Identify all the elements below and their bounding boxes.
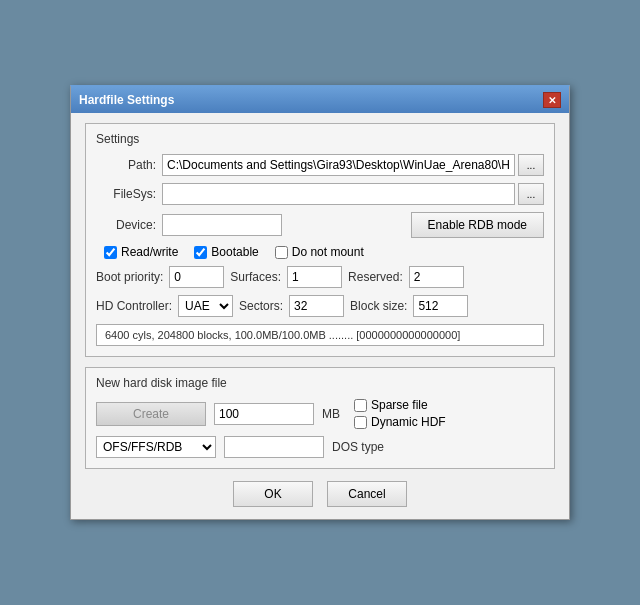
dynamic-hdf-label: Dynamic HDF <box>371 415 446 429</box>
format-row: OFS/FFS/RDB FAT32 Custom DOS type <box>96 436 544 458</box>
title-bar: Hardfile Settings ✕ <box>71 87 569 113</box>
device-row: Device: Enable RDB mode <box>96 212 544 238</box>
sparse-file-checkbox[interactable] <box>354 399 367 412</box>
device-input[interactable] <box>162 214 282 236</box>
hardfile-settings-window: Hardfile Settings ✕ Settings Path: ... F… <box>70 85 570 520</box>
new-hd-group: New hard disk image file Create MB Spars… <box>85 367 555 469</box>
settings-group-label: Settings <box>96 132 544 146</box>
enable-rdb-button[interactable]: Enable RDB mode <box>411 212 544 238</box>
read-write-checkbox-item[interactable]: Read/write <box>104 245 178 259</box>
path-input[interactable] <box>162 154 515 176</box>
mb-input[interactable] <box>214 403 314 425</box>
path-label: Path: <box>96 158 156 172</box>
bootable-checkbox[interactable] <box>194 246 207 259</box>
block-size-input[interactable] <box>413 295 468 317</box>
mb-label: MB <box>322 407 340 421</box>
checkbox-row: Read/write Bootable Do not mount <box>96 245 544 259</box>
settings-group: Settings Path: ... FileSys: ... Device: … <box>85 123 555 357</box>
surfaces-input[interactable] <box>287 266 342 288</box>
do-not-mount-checkbox-item[interactable]: Do not mount <box>275 245 364 259</box>
sparse-options: Sparse file Dynamic HDF <box>354 398 446 429</box>
footer-row: OK Cancel <box>85 481 555 507</box>
surfaces-label: Surfaces: <box>230 270 281 284</box>
dynamic-hdf-checkbox[interactable] <box>354 416 367 429</box>
read-write-checkbox[interactable] <box>104 246 117 259</box>
bootable-label: Bootable <box>211 245 258 259</box>
dos-type-input[interactable] <box>224 436 324 458</box>
cancel-button[interactable]: Cancel <box>327 481 407 507</box>
new-hd-group-label: New hard disk image file <box>96 376 544 390</box>
create-button[interactable]: Create <box>96 402 206 426</box>
info-bar: 6400 cyls, 204800 blocks, 100.0MB/100.0M… <box>96 324 544 346</box>
boot-priority-input[interactable] <box>169 266 224 288</box>
device-label: Device: <box>96 218 156 232</box>
sectors-input[interactable] <box>289 295 344 317</box>
hd-row: HD Controller: UAE SCSI IDE Sectors: Blo… <box>96 295 544 317</box>
do-not-mount-label: Do not mount <box>292 245 364 259</box>
dos-type-label: DOS type <box>332 440 384 454</box>
filesys-input[interactable] <box>162 183 515 205</box>
filesys-label: FileSys: <box>96 187 156 201</box>
close-button[interactable]: ✕ <box>543 92 561 108</box>
block-size-label: Block size: <box>350 299 407 313</box>
do-not-mount-checkbox[interactable] <box>275 246 288 259</box>
create-row: Create MB Sparse file Dynamic HDF <box>96 398 544 429</box>
bootable-checkbox-item[interactable]: Bootable <box>194 245 258 259</box>
window-body: Settings Path: ... FileSys: ... Device: … <box>71 113 569 519</box>
hd-controller-label: HD Controller: <box>96 299 172 313</box>
sparse-file-checkbox-item[interactable]: Sparse file <box>354 398 446 412</box>
read-write-label: Read/write <box>121 245 178 259</box>
path-browse-button[interactable]: ... <box>518 154 544 176</box>
dynamic-hdf-checkbox-item[interactable]: Dynamic HDF <box>354 415 446 429</box>
filesys-row: FileSys: ... <box>96 183 544 205</box>
reserved-input[interactable] <box>409 266 464 288</box>
ok-button[interactable]: OK <box>233 481 313 507</box>
boot-priority-label: Boot priority: <box>96 270 163 284</box>
reserved-label: Reserved: <box>348 270 403 284</box>
format-select[interactable]: OFS/FFS/RDB FAT32 Custom <box>96 436 216 458</box>
sectors-label: Sectors: <box>239 299 283 313</box>
params-row-1: Boot priority: Surfaces: Reserved: <box>96 266 544 288</box>
hd-controller-select[interactable]: UAE SCSI IDE <box>178 295 233 317</box>
window-title: Hardfile Settings <box>79 93 174 107</box>
path-row: Path: ... <box>96 154 544 176</box>
sparse-file-label: Sparse file <box>371 398 428 412</box>
filesys-browse-button[interactable]: ... <box>518 183 544 205</box>
